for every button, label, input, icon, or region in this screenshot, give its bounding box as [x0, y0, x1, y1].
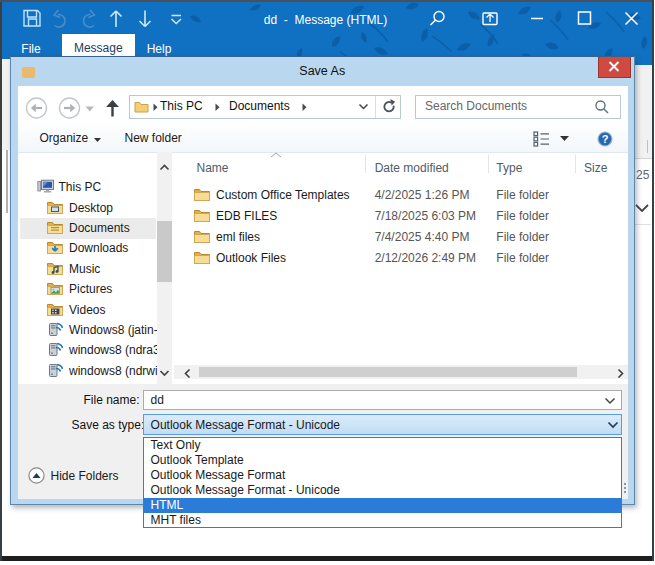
svg-text:?: ? [601, 133, 608, 145]
